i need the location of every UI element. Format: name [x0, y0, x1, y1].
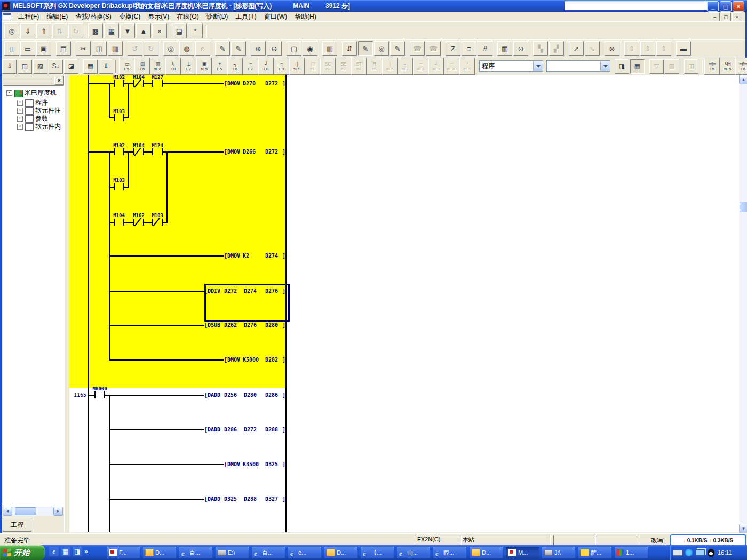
find-toolbar-button[interactable]: ↻: [68, 23, 83, 38]
find-toolbar-button[interactable]: ▦: [104, 23, 119, 38]
ladder-tool-button[interactable]: ⇓: [2, 59, 17, 74]
standard-toolbar-button[interactable]: ⇕: [624, 41, 639, 56]
fkey-symbol-button[interactable]: * cF9: [459, 58, 475, 75]
taskbar-task-button[interactable]: 百...: [179, 547, 212, 558]
standard-toolbar-button[interactable]: ▣: [36, 41, 51, 56]
taskbar-task-button[interactable]: 萨...: [578, 547, 611, 558]
instruction-operand[interactable]: K3500: [243, 461, 259, 467]
fkey-symbol-button[interactable]: ▤ F6: [134, 58, 150, 75]
standard-toolbar-button[interactable]: ▬: [676, 41, 691, 56]
view-toggle-button[interactable]: ▦: [630, 59, 645, 74]
fkey-symbol-button[interactable]: R c5: [367, 58, 382, 75]
instruction-opcode[interactable]: [DMOV: [224, 253, 240, 259]
instruction-opcode[interactable]: [DMOV: [224, 149, 240, 155]
scroll-left-icon[interactable]: ◄: [3, 507, 12, 516]
standard-toolbar-button[interactable]: ↺: [128, 41, 142, 56]
find-toolbar-button[interactable]: ×: [152, 23, 167, 38]
standard-toolbar-button[interactable]: ✎: [390, 41, 405, 56]
standard-toolbar-button[interactable]: ◎: [163, 41, 178, 56]
view-toggle-button[interactable]: ◫: [684, 59, 698, 74]
menu-item[interactable]: 工具(T): [232, 11, 260, 22]
instruction-operand[interactable]: K2: [243, 253, 249, 259]
instruction-operand[interactable]: D262: [224, 322, 237, 328]
taskbar-task-button[interactable]: M...: [506, 547, 539, 558]
standard-toolbar-button[interactable]: ▦: [497, 41, 512, 56]
contact-no[interactable]: [114, 114, 124, 121]
standard-toolbar-button[interactable]: ⊕: [251, 41, 266, 56]
close-button[interactable]: ×: [733, 1, 744, 12]
keyboard-tray-icon[interactable]: [673, 550, 682, 556]
standard-toolbar-button[interactable]: ✂: [76, 41, 91, 56]
tree-horizontal-scrollbar[interactable]: ◄ ►: [3, 507, 63, 516]
find-toolbar-button[interactable]: ▲: [136, 23, 151, 38]
minimize-button[interactable]: _: [707, 1, 719, 12]
instruction-operand[interactable]: D272: [265, 81, 278, 86]
collapse-icon[interactable]: -: [6, 90, 12, 96]
instruction-operand[interactable]: D256: [224, 392, 237, 398]
scrollbar-thumb[interactable]: [740, 202, 747, 212]
device-search-combo[interactable]: [546, 60, 610, 72]
standard-toolbar-button[interactable]: ⊖: [267, 41, 282, 56]
menu-item[interactable]: 帮助(H): [291, 11, 320, 22]
scroll-right-icon[interactable]: ►: [53, 507, 63, 516]
ladder-symbol-button[interactable]: ⊣⊢ F5: [704, 58, 720, 75]
instruction-operand[interactable]: D325: [265, 461, 278, 467]
instruction-opcode[interactable]: [DMOV: [224, 81, 240, 86]
chevron-down-icon[interactable]: [600, 61, 610, 71]
contact-no[interactable]: [94, 391, 105, 398]
find-toolbar-button[interactable]: ▤: [172, 23, 187, 38]
panel-close-icon[interactable]: ×: [54, 76, 64, 85]
tree-item[interactable]: + 软元件内: [17, 123, 61, 131]
standard-toolbar-button[interactable]: ▥: [322, 41, 337, 56]
menu-item[interactable]: 在线(O): [173, 11, 202, 22]
instruction-opcode[interactable]: [DMOV: [224, 461, 240, 467]
find-toolbar-button[interactable]: ⇅: [52, 23, 67, 38]
contact-nc[interactable]: [152, 219, 163, 226]
standard-toolbar-button[interactable]: ◍: [179, 41, 194, 56]
scrollbar-thumb[interactable]: [15, 507, 36, 515]
tree-item[interactable]: + 软元件注: [17, 107, 61, 115]
selection-cursor[interactable]: [204, 284, 290, 322]
instruction-operand[interactable]: D272: [265, 149, 278, 155]
standard-toolbar-button[interactable]: ▭: [20, 41, 35, 56]
menu-item[interactable]: 工程(F): [14, 11, 43, 22]
fkey-symbol-button[interactable]: | aF5: [382, 58, 398, 75]
taskbar-task-button[interactable]: 山...: [397, 547, 430, 558]
standard-toolbar-button[interactable]: ◌: [195, 41, 210, 56]
standard-toolbar-button[interactable]: ⇕: [640, 41, 655, 56]
taskbar-task-button[interactable]: E:\: [216, 547, 249, 558]
fkey-symbol-button[interactable]: ┘ F8: [258, 58, 274, 75]
standard-toolbar-button[interactable]: ☎: [410, 41, 425, 56]
ladder-tool-button[interactable]: ◫: [18, 59, 32, 74]
fkey-symbol-button[interactable]: ⊥ F7: [181, 58, 196, 75]
standard-toolbar-button[interactable]: ↗: [569, 41, 584, 56]
program-select[interactable]: 程序: [479, 60, 543, 72]
menu-item[interactable]: 诊断(D): [203, 11, 232, 22]
instruction-operand[interactable]: D325: [224, 496, 237, 502]
instruction-operand[interactable]: D288: [265, 427, 278, 433]
taskbar-task-button[interactable]: F...: [107, 547, 140, 558]
mdi-minimize-button[interactable]: –: [710, 12, 720, 21]
standard-toolbar-button[interactable]: ▢: [287, 41, 301, 56]
standard-toolbar-button[interactable]: ⊛: [605, 41, 619, 56]
menu-item[interactable]: 编辑(E): [43, 11, 71, 22]
restore-button[interactable]: ▢: [720, 1, 732, 12]
instruction-operand[interactable]: D280: [244, 392, 257, 398]
fkey-symbol-button[interactable]: ┘ aF9: [428, 58, 444, 75]
instruction-operand[interactable]: D288: [244, 496, 257, 502]
find-toolbar-button[interactable]: ⇑: [36, 23, 51, 38]
standard-toolbar-button[interactable]: ↘: [585, 41, 600, 56]
find-toolbar-button[interactable]: ◎: [4, 23, 19, 38]
menu-item[interactable]: 查找/替换(S): [71, 11, 115, 22]
instruction-operand[interactable]: K5000: [243, 357, 259, 363]
instruction-operand[interactable]: D274: [265, 253, 278, 259]
standard-toolbar-button[interactable]: ✎: [231, 41, 246, 56]
instruction-operand[interactable]: D272: [244, 427, 257, 433]
instruction-opcode[interactable]: [DADD: [204, 392, 220, 398]
ladder-tool-button[interactable]: ⇓: [99, 59, 113, 74]
view-toggle-button[interactable]: ▽: [649, 59, 664, 74]
taskbar-task-button[interactable]: 程...: [433, 547, 466, 558]
fkey-symbol-button[interactable]: + F5: [212, 58, 227, 75]
network-tray-icon[interactable]: [695, 549, 705, 556]
contact-no[interactable]: [114, 80, 124, 87]
